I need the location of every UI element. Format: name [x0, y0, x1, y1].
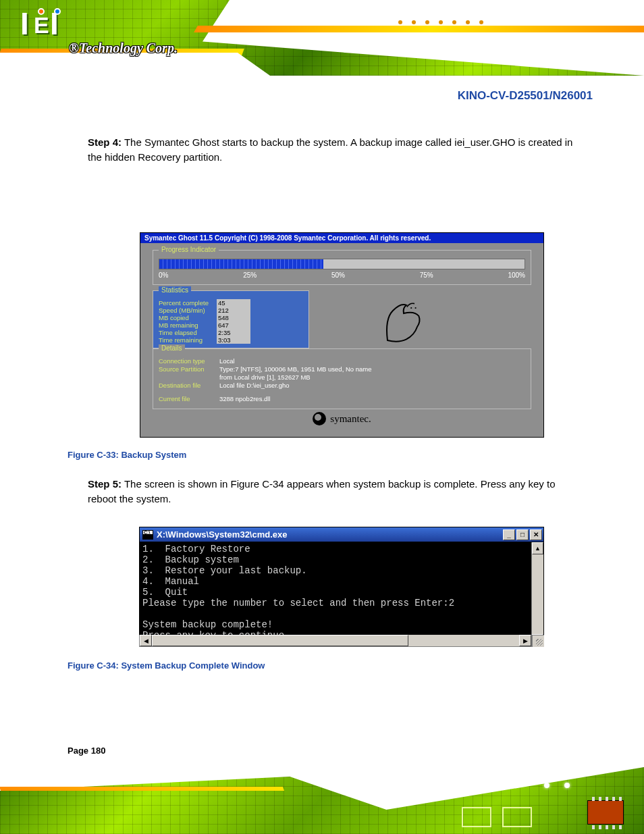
iei-logo: I E I	[20, 9, 65, 41]
scroll-right-icon[interactable]: ▶	[519, 635, 531, 646]
symantec-icon	[313, 412, 326, 425]
scroll-left-icon[interactable]: ◀	[140, 635, 152, 646]
header-swoosh	[203, 0, 644, 76]
progress-bar-fill	[159, 259, 323, 269]
step-4-body: The Symantec Ghost starts to backup the …	[88, 136, 572, 163]
resize-grip-icon[interactable]	[532, 635, 544, 647]
cmd-icon: C:\	[142, 530, 153, 540]
svg-point-1	[414, 307, 416, 309]
product-title: KINO-CV-D25501/N26001	[458, 89, 593, 103]
detail-connection-type: Connection typeLocal	[159, 357, 525, 365]
page-number: Page 180	[68, 746, 105, 756]
cmd-titlebar[interactable]: C:\ X:\Windows\System32\cmd.exe _ □ ✕	[139, 527, 544, 542]
tick-0: 0%	[159, 271, 168, 279]
header-banner: I E I ®Technology Corp.	[0, 0, 644, 76]
step-4-label: Step 4:	[88, 136, 122, 148]
stat-mb-remaining: MB remaining647	[159, 321, 303, 329]
footer-circuit-art	[448, 779, 624, 827]
symantec-text: symantec.	[330, 413, 371, 425]
progress-indicator-group: Progress Indicator 0% 25% 50% 75% 100%	[153, 250, 531, 285]
symantec-logo: symantec.	[153, 412, 531, 425]
statistics-label: Statistics	[159, 286, 191, 294]
stat-time-remaining: Time remaining3:03	[159, 336, 303, 344]
minimize-button[interactable]: _	[503, 529, 515, 540]
footer-banner	[0, 762, 644, 834]
details-group: Details Connection typeLocal Source Part…	[153, 348, 531, 409]
svg-point-0	[410, 307, 412, 309]
cmd-horizontal-scrollbar[interactable]: ◀ ▶	[139, 635, 532, 647]
detail-destination-file: Destination fileLocal file D:\iei_user.g…	[159, 382, 525, 390]
statistics-group: Statistics Percent complete45 Speed (MB/…	[153, 290, 309, 348]
tick-50: 50%	[331, 271, 345, 279]
figure-c-33-caption: Figure C-33: Backup System	[68, 450, 186, 460]
details-label: Details	[159, 344, 185, 352]
step-5-text: Step 5: The screen is shown in Figure C-…	[88, 477, 576, 506]
tick-25: 25%	[243, 271, 257, 279]
ghost-icon	[377, 292, 431, 346]
cmd-vertical-scrollbar[interactable]: ▲ ▼	[531, 542, 543, 646]
ghost-titlebar: Symantec Ghost 11.5 Copyright (C) 1998-2…	[140, 233, 543, 243]
stat-speed: Speed (MB/min)212	[159, 307, 303, 314]
header-swoosh-white	[0, 53, 270, 76]
maximize-button[interactable]: □	[516, 529, 529, 540]
progress-indicator-label: Progress Indicator	[159, 246, 219, 253]
stat-time-elapsed: Time elapsed2:35	[159, 329, 303, 336]
progress-ticks: 0% 25% 50% 75% 100%	[159, 271, 525, 279]
stat-mb-copied: MB copied548	[159, 314, 303, 321]
page-content: KINO-CV-D25501/N26001 Step 4: The Symant…	[0, 76, 644, 762]
scroll-up-icon[interactable]: ▲	[532, 542, 543, 554]
cmd-console[interactable]: 1. Factory Restore 2. Backup system 3. R…	[140, 542, 531, 646]
step-5-label: Step 5:	[88, 478, 122, 490]
step-4-text: Step 4: The Symantec Ghost starts to bac…	[88, 135, 576, 165]
tick-100: 100%	[508, 271, 525, 279]
detail-source-partition-2: from Local drive [1], 152627 MB	[159, 373, 525, 382]
scroll-track[interactable]	[408, 635, 519, 646]
detail-current-file: Current file3288 npob2res.dll	[159, 395, 525, 403]
cmd-title: X:\Windows\System32\cmd.exe	[157, 529, 288, 540]
technology-corp-text: ®Technology Corp.	[69, 41, 178, 56]
progress-bar	[159, 259, 525, 269]
scroll-thumb[interactable]	[152, 635, 408, 646]
close-button[interactable]: ✕	[530, 529, 542, 540]
stat-percent-complete: Percent complete45	[159, 299, 303, 307]
symantec-ghost-window: Symantec Ghost 11.5 Copyright (C) 1998-2…	[140, 232, 544, 438]
figure-c-34-caption: Figure C-34: System Backup Complete Wind…	[68, 660, 265, 671]
step-5-body: The screen is shown in Figure C-34 appea…	[88, 478, 556, 504]
detail-source-partition: Source PartitionType:7 [NTFS], 100006 MB…	[159, 365, 525, 373]
tick-75: 75%	[420, 271, 433, 279]
cmd-window: C:\ X:\Windows\System32\cmd.exe _ □ ✕ 1.…	[139, 527, 544, 647]
